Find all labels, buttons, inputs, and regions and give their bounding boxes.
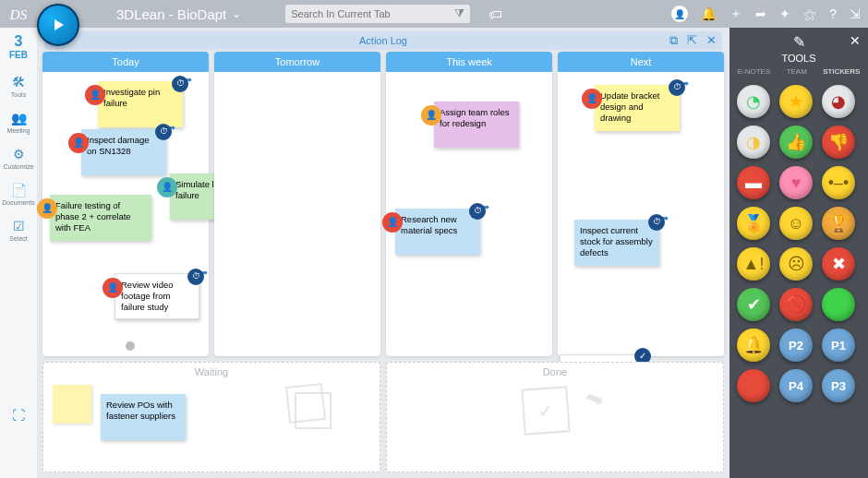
lane-next[interactable]: Next 👤➦⏱Update bracket design and drawin… xyxy=(558,52,724,356)
sticker-p[interactable]: P1 xyxy=(822,329,855,362)
note-text: Failure testing of phase 2 + correlate w… xyxy=(55,200,131,233)
avatar-icon: 👤 xyxy=(157,177,177,197)
note-text: Inspect damage on SN1328 xyxy=(87,135,150,156)
close-icon[interactable]: ✕ xyxy=(706,33,717,48)
lane-thisweek[interactable]: This week 👤Assign team roles for redesig… xyxy=(386,52,552,356)
sticker-thumbup[interactable]: 👍 xyxy=(779,125,813,159)
note-text: Update bracket design and drawing xyxy=(600,90,659,123)
sticker-p[interactable]: P4 xyxy=(779,369,813,402)
tools-icon: ✎ xyxy=(793,33,805,51)
lane-done[interactable]: Done ✓ ➦ xyxy=(386,362,724,472)
tag-icon[interactable]: 🏷 xyxy=(488,6,502,22)
avatar-icon: 👤 xyxy=(421,105,441,125)
sticker-warn[interactable]: ▲! xyxy=(737,247,770,281)
tools-icon: 🛠 xyxy=(12,75,25,90)
clock-icon: ⏱ xyxy=(469,203,486,220)
sticker-star[interactable]: ★ xyxy=(779,85,813,118)
sticker-timer1[interactable]: ◔ xyxy=(737,85,770,118)
popout-icon[interactable]: ⧉ xyxy=(669,33,678,48)
sticker-p[interactable]: P3 xyxy=(822,369,855,402)
tools-tab-stickers[interactable]: STICKERS xyxy=(823,67,860,76)
tools-tab-team[interactable]: TEAM xyxy=(787,67,807,76)
sticker-smile[interactable]: ☺ xyxy=(779,207,813,240)
sticker-stop[interactable]: ▬ xyxy=(737,166,770,199)
sidebar-item-customize[interactable]: ⚙Customize xyxy=(2,147,34,170)
left-sidebar: 3 FEB 🛠Tools👥Meeting⚙Customize📄Documents… xyxy=(0,28,37,478)
sticky-note[interactable]: 👤➦⏱Update bracket design and drawing xyxy=(595,85,680,131)
waiting-placeholder-icon xyxy=(287,385,324,422)
sticker-sad[interactable]: ☹ xyxy=(779,247,813,281)
sticker-thumbdown[interactable]: 👎 xyxy=(822,125,855,159)
lane-today[interactable]: Today 👤➦⏱Investigate pin failure👤➦⏱Inspe… xyxy=(42,52,209,356)
bottom-lanes: Waiting Review POs with fastener supplie… xyxy=(42,362,724,472)
note-text: Review POs with fastener suppliers xyxy=(106,400,175,421)
sticker-moon[interactable]: ◑ xyxy=(737,125,770,159)
clock-icon: ⏱ xyxy=(155,124,172,140)
note-text: Investigate pin failure xyxy=(103,87,160,108)
search-box[interactable]: ⧩ xyxy=(285,5,470,23)
sticker-heart[interactable]: ♥ xyxy=(779,166,813,199)
sticker-trophy[interactable]: 🏆 xyxy=(822,207,855,240)
sticker-no[interactable]: 🚫 xyxy=(779,288,813,321)
compass-play-badge[interactable] xyxy=(37,4,79,46)
expand-icon[interactable]: ⛶ xyxy=(12,408,25,423)
sidebar-item-documents[interactable]: 📄Documents xyxy=(2,183,34,206)
tools-tabs: E-NOTESTEAMSTICKERS xyxy=(729,64,868,79)
share-icon[interactable]: ➦ xyxy=(755,6,766,21)
sticky-note[interactable]: 👤Assign team roles for redesign xyxy=(434,102,519,148)
filter-icon[interactable]: ⧩ xyxy=(454,6,464,21)
lane-waiting[interactable]: Waiting Review POs with fastener supplie… xyxy=(42,362,380,472)
avatar-icon: 👤 xyxy=(382,212,403,233)
documents-icon: 📄 xyxy=(11,183,27,197)
pin-icon[interactable]: ⇱ xyxy=(687,33,697,48)
clock-icon: ⏱ xyxy=(648,214,665,231)
meeting-icon: 👥 xyxy=(11,111,27,125)
sticker-timer-red[interactable]: ◕ xyxy=(822,85,855,118)
sticky-note[interactable]: ➦⏱Inspect current stock for assembly def… xyxy=(574,220,659,266)
sticker-red[interactable] xyxy=(737,369,770,402)
sidebar-item-select[interactable]: ☑Select xyxy=(2,219,34,242)
sticky-note[interactable]: Review POs with fastener suppliers xyxy=(101,394,186,440)
sticker-p[interactable]: P2 xyxy=(779,329,813,362)
lane-tomorrow[interactable]: Tomorrow xyxy=(214,52,380,356)
search-input[interactable] xyxy=(291,8,454,19)
customize-icon: ⚙ xyxy=(13,147,25,161)
date-box: 3 FEB xyxy=(9,33,28,60)
sticky-note[interactable]: 👤➦⏱Review video footage from failure stu… xyxy=(115,273,199,319)
sticker-check[interactable]: ✔ xyxy=(737,288,770,321)
bell-icon[interactable]: 🔔 xyxy=(701,6,717,21)
sticky-note[interactable]: 👤➦⏱Investigate pin failure xyxy=(98,81,183,127)
user-avatar-icon[interactable]: 👤 xyxy=(671,6,688,22)
sticker-ribbon[interactable]: 🏅 xyxy=(737,207,770,240)
network-icon[interactable]: ✦ xyxy=(779,6,790,21)
sticker-bell[interactable]: 🔔 xyxy=(737,329,770,362)
avatar-icon: 👤 xyxy=(37,198,57,219)
lanes-row: Today 👤➦⏱Investigate pin failure👤➦⏱Inspe… xyxy=(42,52,724,356)
note-text: Research new material specs xyxy=(401,214,457,235)
tools-header: ✎ ✕ xyxy=(729,28,868,53)
clock-icon: ⏱ xyxy=(669,79,685,96)
add-icon[interactable]: ＋ xyxy=(729,6,742,22)
avatar-icon: 👤 xyxy=(102,278,123,298)
sidebar-item-meeting[interactable]: 👥Meeting xyxy=(2,111,34,134)
sticky-note[interactable]: 👤➦⏱Inspect damage on SN1328 xyxy=(81,129,166,175)
help-icon[interactable]: ? xyxy=(829,6,837,21)
avatar-icon: 👤 xyxy=(85,85,105,105)
done-placeholder-icon: ✓ ➦ xyxy=(523,388,587,443)
brand-logo[interactable]: DS xyxy=(7,1,35,27)
sticker-neutral[interactable]: •–• xyxy=(822,166,855,199)
sticker-green[interactable] xyxy=(822,288,855,321)
collapse-icon[interactable]: ⇲ xyxy=(850,6,861,21)
sidebar-item-tools[interactable]: 🛠Tools xyxy=(2,75,34,98)
sticky-note[interactable]: 👤➦⏱Research new material specs xyxy=(395,209,480,255)
sticker-x[interactable]: ✖ xyxy=(822,247,855,281)
svg-text:DS: DS xyxy=(8,6,27,22)
topbar-right: 👤 🔔 ＋ ➦ ✦ ⚝ ? ⇲ xyxy=(671,6,861,22)
close-icon[interactable]: ✕ xyxy=(850,33,861,48)
note-text: Assign team roles for redesign xyxy=(440,107,510,128)
tools-tab-e-notes[interactable]: E-NOTES xyxy=(738,67,771,76)
app-title[interactable]: 3DLean - BioDapt ⌄ xyxy=(116,6,241,22)
select-icon: ☑ xyxy=(13,219,25,233)
compass-icon[interactable]: ⚝ xyxy=(803,6,816,22)
sticky-note[interactable]: 👤Failure testing of phase 2 + correlate … xyxy=(50,195,151,241)
